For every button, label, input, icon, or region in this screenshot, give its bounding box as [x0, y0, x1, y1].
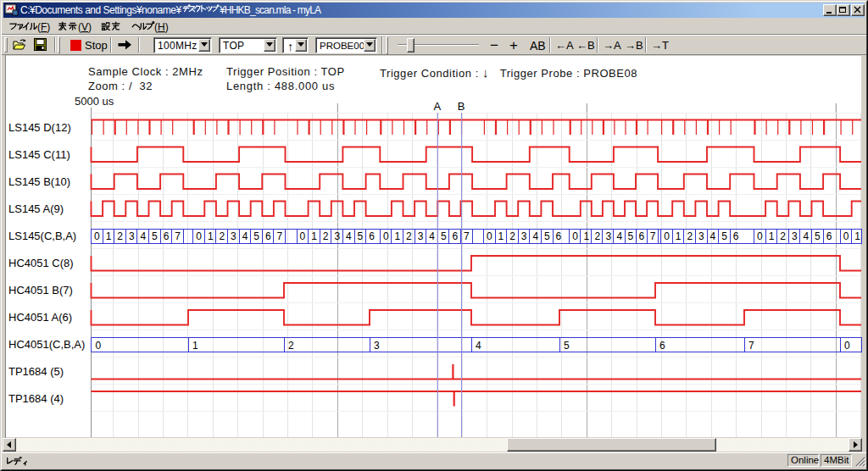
svg-text:5: 5: [358, 230, 364, 242]
svg-text:0: 0: [843, 230, 849, 242]
svg-text:1: 1: [106, 230, 112, 242]
svg-text:1: 1: [498, 230, 504, 242]
svg-text:0: 0: [300, 230, 306, 242]
svg-text:4: 4: [141, 230, 147, 242]
svg-text:0: 0: [96, 340, 102, 352]
svg-text:4: 4: [617, 230, 623, 242]
svg-text:3: 3: [129, 230, 135, 242]
svg-text:4: 4: [532, 230, 538, 242]
svg-text:2: 2: [220, 230, 225, 242]
svg-text:2: 2: [117, 230, 123, 242]
svg-text:4: 4: [710, 230, 716, 242]
svg-text:4: 4: [429, 230, 435, 242]
svg-text:7: 7: [650, 230, 656, 242]
svg-text:5: 5: [628, 230, 634, 242]
svg-text:5: 5: [544, 230, 550, 242]
svg-text:5: 5: [253, 230, 259, 242]
svg-text:4: 4: [242, 230, 248, 242]
svg-text:0: 0: [664, 230, 670, 242]
svg-text:6: 6: [826, 230, 832, 242]
svg-text:2: 2: [687, 230, 693, 242]
svg-text:6: 6: [659, 340, 665, 352]
svg-text:2: 2: [509, 230, 515, 242]
svg-text:5: 5: [721, 230, 727, 242]
svg-text:3: 3: [374, 340, 380, 352]
svg-text:1: 1: [583, 230, 589, 242]
svg-text:6: 6: [733, 230, 739, 242]
svg-text:0: 0: [383, 230, 389, 242]
svg-text:6: 6: [453, 230, 459, 242]
svg-text:2: 2: [288, 340, 294, 352]
svg-text:6: 6: [164, 230, 170, 242]
svg-text:2: 2: [780, 230, 786, 242]
svg-text:1: 1: [769, 230, 775, 242]
svg-text:2: 2: [406, 230, 412, 242]
svg-text:B: B: [458, 100, 465, 113]
svg-text:0: 0: [196, 230, 202, 242]
svg-text:3: 3: [698, 230, 704, 242]
svg-text:5: 5: [815, 230, 821, 242]
svg-text:5: 5: [152, 230, 158, 242]
svg-text:7: 7: [464, 230, 470, 242]
svg-text:0: 0: [487, 230, 492, 242]
svg-text:0: 0: [94, 230, 100, 242]
svg-text:7: 7: [175, 230, 181, 242]
svg-text:2: 2: [323, 230, 329, 242]
svg-text:1: 1: [208, 230, 214, 242]
svg-text:0: 0: [572, 230, 578, 242]
svg-text:5: 5: [564, 340, 570, 352]
svg-text:2: 2: [594, 230, 600, 242]
svg-text:0: 0: [757, 230, 763, 242]
svg-text:7: 7: [748, 340, 754, 352]
svg-text:5: 5: [441, 230, 447, 242]
svg-text:3: 3: [521, 230, 527, 242]
svg-text:0: 0: [844, 340, 850, 352]
svg-text:1: 1: [311, 230, 317, 242]
svg-text:6: 6: [556, 230, 562, 242]
svg-text:3: 3: [334, 230, 340, 242]
svg-text:1: 1: [854, 230, 860, 242]
svg-text:7: 7: [277, 230, 283, 242]
svg-text:6: 6: [639, 230, 645, 242]
svg-text:A: A: [434, 100, 442, 113]
svg-text:4: 4: [804, 230, 810, 242]
svg-text:3: 3: [792, 230, 798, 242]
svg-text:3: 3: [606, 230, 612, 242]
svg-text:4: 4: [346, 230, 352, 242]
svg-text:3: 3: [231, 230, 236, 242]
svg-text:1: 1: [192, 340, 198, 352]
svg-text:6: 6: [265, 230, 271, 242]
svg-text:1: 1: [395, 230, 401, 242]
svg-text:1: 1: [676, 230, 682, 242]
svg-text:3: 3: [418, 230, 424, 242]
svg-text:4: 4: [476, 340, 481, 352]
svg-text:6: 6: [369, 230, 375, 242]
